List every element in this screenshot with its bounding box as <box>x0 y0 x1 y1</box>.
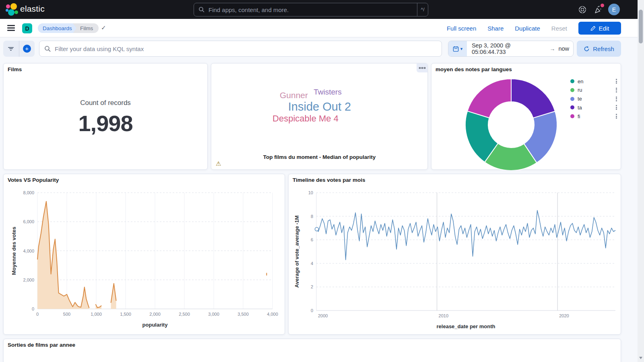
metric-label: Count of records <box>4 99 207 107</box>
svg-text:3,500: 3,500 <box>237 312 249 317</box>
app-header: elastic ^/ E <box>0 0 644 19</box>
legend-dot <box>570 79 574 83</box>
svg-text:4,000: 4,000 <box>267 312 278 317</box>
legend-label: ru <box>578 87 615 93</box>
space-badge[interactable]: D <box>22 23 32 33</box>
donut-slice-ta[interactable] <box>511 79 555 118</box>
legend-actions-icon[interactable] <box>615 104 618 111</box>
date-range-arrow: → <box>549 45 555 52</box>
legend-label: te <box>578 96 615 102</box>
legend-item-ta[interactable]: ta <box>570 104 618 111</box>
date-end-value[interactable]: now <box>555 45 573 52</box>
legend-label: en <box>578 78 615 84</box>
panel-releases-per-year: Sorties de films par annee <box>3 339 621 362</box>
legend-dot <box>570 105 574 109</box>
legend-item-te[interactable]: te <box>570 96 618 102</box>
date-quick-select-button[interactable]: ▾ <box>448 41 467 56</box>
svg-text:4,000: 4,000 <box>23 249 34 253</box>
menu-hamburger-icon[interactable] <box>7 25 15 31</box>
warning-icon[interactable]: ⚠ <box>216 160 221 167</box>
svg-text:1,000: 1,000 <box>91 312 102 317</box>
svg-text:4: 4 <box>311 261 313 266</box>
legend-actions-icon[interactable] <box>615 113 618 119</box>
search-icon <box>198 6 205 13</box>
global-search[interactable]: ^/ <box>194 3 428 16</box>
svg-text:500: 500 <box>63 312 70 317</box>
svg-text:0: 0 <box>36 312 39 317</box>
legend-item-ru[interactable]: ru <box>570 87 618 93</box>
svg-text:6: 6 <box>311 237 313 242</box>
share-button[interactable]: Share <box>487 25 504 32</box>
svg-text:Average of vote_average -1M: Average of vote_average -1M <box>294 216 300 288</box>
filter-menu-button[interactable] <box>3 41 19 57</box>
kql-filter-bar[interactable] <box>39 41 442 57</box>
help-icon[interactable] <box>578 5 587 14</box>
tag-twisters[interactable]: Twisters <box>314 88 342 97</box>
elastic-logo-icon[interactable] <box>6 3 19 16</box>
donut-slice-fi[interactable] <box>467 79 511 118</box>
chevron-down-icon: ▾ <box>460 46 463 51</box>
global-search-input[interactable] <box>208 6 417 13</box>
edit-button[interactable]: Edit <box>578 22 621 35</box>
panel-tagcloud: GunnerTwistersInside Out 2Despicable Me … <box>211 63 428 170</box>
calendar-icon <box>453 46 459 52</box>
dashboard-toolbar: D Dashboards Films ✓ Full screen Share D… <box>0 19 644 37</box>
svg-text:2000: 2000 <box>318 313 328 318</box>
date-range-picker: ▾ Sep 3, 2000 @ 05:06:44.733 → now <box>448 41 574 57</box>
tagcloud-title: Top films du moment - Median of populari… <box>211 154 427 160</box>
user-avatar[interactable]: E <box>608 4 620 15</box>
tag-cloud: GunnerTwistersInside Out 2Despicable Me … <box>211 64 427 169</box>
svg-text:2,000: 2,000 <box>23 278 34 282</box>
legend-item-fi[interactable]: fi <box>570 113 618 119</box>
duplicate-button[interactable]: Duplicate <box>515 25 540 32</box>
panel-films-metric: Films Count of records 1,998 <box>3 63 208 170</box>
svg-text:2020: 2020 <box>559 313 569 318</box>
date-start-value[interactable]: Sep 3, 2000 @ 05:06:44.733 <box>467 42 549 55</box>
filter-controls-group: + <box>3 41 35 57</box>
add-filter-button[interactable]: + <box>19 41 35 57</box>
scroll-down-arrow-icon[interactable] <box>639 357 642 359</box>
svg-text:2010: 2010 <box>439 313 448 318</box>
pencil-icon <box>590 26 596 31</box>
svg-text:0: 0 <box>32 306 34 311</box>
saved-check-icon[interactable]: ✓ <box>101 24 106 31</box>
legend-actions-icon[interactable] <box>615 87 618 93</box>
panel-title: Films <box>8 66 22 72</box>
legend-label: ta <box>578 105 615 111</box>
timeline-line-chart[interactable]: 0246810200020102020release_date per mont… <box>289 174 621 335</box>
scrollbar-thumb[interactable] <box>639 10 643 43</box>
svg-text:1,500: 1,500 <box>120 312 131 317</box>
full-screen-button[interactable]: Full screen <box>447 25 476 32</box>
legend-actions-icon[interactable] <box>615 96 618 102</box>
svg-text:2,000: 2,000 <box>149 312 161 317</box>
svg-text:10: 10 <box>308 190 313 195</box>
panel-votes-vs-popularity: Votes VS Popularity 05001,0001,5002,0002… <box>3 174 285 335</box>
breadcrumb-dashboards[interactable]: Dashboards <box>38 23 78 33</box>
reset-button: Reset <box>551 25 567 32</box>
svg-text:release_date per month: release_date per month <box>437 323 495 329</box>
refresh-icon <box>584 46 590 52</box>
legend-item-en[interactable]: en <box>570 78 618 84</box>
legend-actions-icon[interactable] <box>615 78 618 84</box>
svg-text:popularity: popularity <box>142 322 168 328</box>
plus-icon: + <box>23 45 31 53</box>
svg-text:Moyenne des votes: Moyenne des votes <box>11 227 17 275</box>
breadcrumb-films[interactable]: Films <box>73 23 99 33</box>
legend-dot <box>570 97 574 101</box>
kql-query-input[interactable] <box>55 45 437 52</box>
svg-text:8: 8 <box>311 214 313 219</box>
svg-text:2,500: 2,500 <box>179 312 190 317</box>
tag-despicable-me-4[interactable]: Despicable Me 4 <box>272 113 339 124</box>
svg-text:2: 2 <box>311 284 313 289</box>
refresh-button[interactable]: Refresh <box>577 41 621 57</box>
panel-votes-timeline: Timeline des votes par mois 024681020002… <box>288 174 621 335</box>
search-shortcut-badge: ^/ <box>417 3 428 16</box>
panel-donut-languages: moyen des notes par langues enrutetafi <box>431 63 621 170</box>
page-scrollbar[interactable] <box>638 0 644 362</box>
tag-inside-out-2[interactable]: Inside Out 2 <box>288 100 351 113</box>
tag-gunner[interactable]: Gunner <box>280 90 308 100</box>
votes-area-chart[interactable]: 05001,0001,5002,0002,5003,0003,5004,0000… <box>4 174 285 335</box>
legend-label: fi <box>578 113 615 119</box>
svg-text:3,000: 3,000 <box>208 312 219 317</box>
metric-value: 1,998 <box>4 110 207 136</box>
